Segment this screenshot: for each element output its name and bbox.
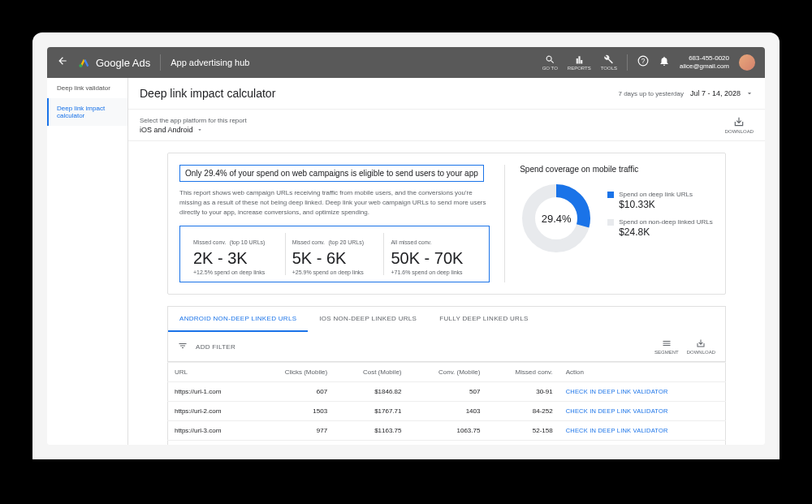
check-validator-link[interactable]: CHECK IN DEEP LINK VALIDATOR [566,388,668,395]
sidebar: Deep link validator Deep link impact cal… [47,78,128,445]
svg-point-0 [79,64,82,67]
tab-ios[interactable]: IOS NON-DEEP LINKED URLS [308,307,428,332]
platform-select[interactable]: iOS and Android [140,126,247,134]
metrics-box: Missed conv. (top 10 URLs) 2K - 3K +12.5… [179,226,490,282]
segment-button[interactable]: SEGMENT [654,338,679,355]
download-icon [696,338,706,348]
cell-missed: 30-91 [486,382,559,402]
cell-clicks: 607 [254,382,334,402]
cell-conv: 507 [408,382,487,402]
reports-button[interactable]: REPORTS [568,54,591,71]
help-button[interactable]: ? [637,55,649,70]
cell-conv: 1063.75 [408,421,487,441]
cell-cost: $479.47 [334,441,408,446]
chart-legend: Spend on deep link URLs $10.33K Spend on… [607,191,713,246]
account-email: alice@gmail.com [680,62,729,71]
platform-label: Select the app platform for this report [140,117,247,124]
account-phone: 683-455-0020 [680,54,729,62]
donut-chart: 29.4% [520,182,593,255]
cell-conv: 1403 [408,402,487,421]
wrench-icon [603,54,614,65]
metric-top10: Missed conv. (top 10 URLs) 2K - 3K +12.5… [187,233,285,275]
cell-clicks: 1503 [254,402,334,421]
download-button[interactable]: DOWNLOAD [725,116,754,134]
description: This report shows web campaign URLs rece… [179,188,490,218]
summary-card: Only 29.4% of your spend on web campaign… [167,153,726,295]
date-range-desc: 7 days up to yesterday [618,90,684,97]
app-header: Google Ads App advertising hub GO TO REP… [47,47,765,78]
legend-swatch-blue [607,192,614,198]
page-title: Deep link impact calculator [140,87,275,100]
headline: Only 29.4% of your spend on web campaign… [179,165,484,182]
add-filter-button[interactable]: ADD FILTER [196,343,235,351]
check-validator-link[interactable]: CHECK IN DEEP LINK VALIDATOR [566,407,668,415]
cell-cost: $1846.82 [334,382,408,402]
chevron-down-icon [197,127,203,133]
sidebar-item-validator[interactable]: Deep link validator [47,78,127,98]
search-button[interactable]: GO TO [542,54,558,71]
legend-swatch-grey [607,219,614,226]
cell-conv: 629 [408,441,487,446]
page-header: Deep link impact calculator 7 days up to… [128,78,765,110]
brand-text: Google Ads [96,57,150,69]
col-conv[interactable]: Conv. (Mobile) [408,363,487,382]
tools-button[interactable]: TOOLS [601,54,617,71]
bell-icon [659,55,670,67]
filter-icon[interactable] [178,339,188,354]
tab-android[interactable]: ANDROID NON-DEEP LINKED URLS [168,307,308,332]
cell-cost: $1163.75 [334,421,408,441]
col-missed[interactable]: Missed conv. [486,363,559,382]
sidebar-item-calculator[interactable]: Deep link impact calculator [47,98,127,126]
download-table-button[interactable]: DOWNLOAD [687,338,715,355]
cell-url: https://url-2.com [168,402,254,421]
platform-bar: Select the app platform for this report … [128,110,765,141]
notifications-button[interactable] [659,55,670,70]
cell-url: https://url-4.com [168,441,254,446]
url-table: URL Clicks (Mobile) Cost (Mobile) Conv. … [167,362,726,445]
col-url[interactable]: URL [168,363,254,382]
table-row: https://url-4.com 729 $479.47 629 38-113… [168,441,726,446]
cell-clicks: 729 [254,441,334,446]
metric-all: All missed conv. 50K - 70K +71.6% spend … [383,233,482,275]
col-action[interactable]: Action [559,363,726,382]
svg-text:?: ? [641,58,646,65]
cell-missed: 52-158 [486,421,559,441]
back-arrow-icon[interactable] [57,55,70,70]
col-cost[interactable]: Cost (Mobile) [334,363,408,382]
table-row: https://url-2.com 1503 $1767.71 1403 84-… [168,402,726,421]
google-ads-logo-icon [78,56,91,69]
check-validator-link[interactable]: CHECK IN DEEP LINK VALIDATOR [566,427,668,434]
logo[interactable]: Google Ads [78,56,150,69]
account-info[interactable]: 683-455-0020 alice@gmail.com [680,54,729,71]
cell-clicks: 977 [254,421,334,441]
cell-url: https://url-1.com [168,382,254,402]
date-range[interactable]: Jul 7 - 14, 2028 [690,89,741,97]
avatar[interactable] [739,54,755,71]
cell-cost: $1767.71 [334,402,408,421]
hub-title: App advertising hub [171,58,249,67]
cell-missed: 38-113 [486,441,559,446]
table-row: https://url-3.com 977 $1163.75 1063.75 5… [168,421,726,441]
reports-icon [574,54,585,65]
table-row: https://url-1.com 607 $1846.82 507 30-91… [168,382,726,402]
metric-top20: Missed conv. (top 20 URLs) 5K - 6K +25.9… [285,233,384,275]
tabs: ANDROID NON-DEEP LINKED URLS IOS NON-DEE… [167,306,726,332]
donut-center-label: 29.4% [520,182,593,255]
cell-url: https://url-3.com [168,421,254,441]
search-icon [545,54,555,65]
cell-missed: 84-252 [486,402,559,421]
chevron-down-icon[interactable] [745,86,754,101]
col-clicks[interactable]: Clicks (Mobile) [254,363,334,382]
filter-bar: ADD FILTER SEGMENT DOWNLOAD [167,332,726,362]
chart-title: Spend coverage on mobile traffic [520,165,714,174]
help-icon: ? [637,55,649,67]
download-icon [733,116,745,127]
segment-icon [662,338,672,348]
tab-fully[interactable]: FULLY DEEP LINKED URLS [428,307,539,332]
